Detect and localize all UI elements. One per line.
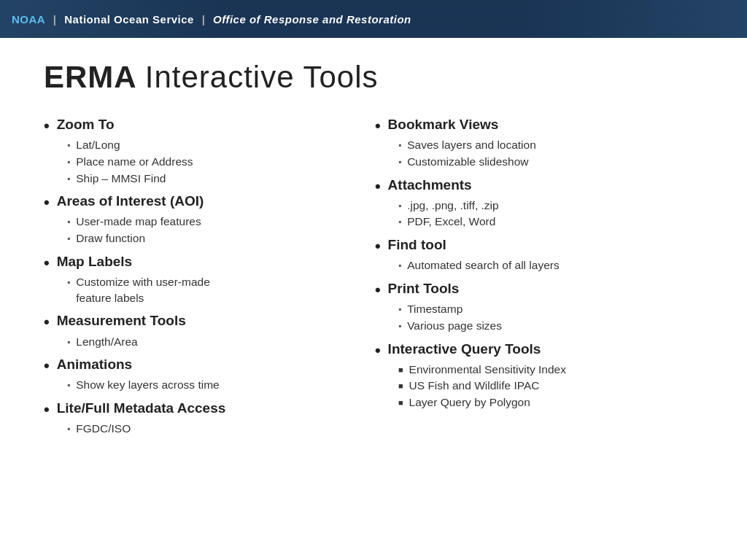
bullet-label: Bookmark Views xyxy=(388,117,499,133)
bullet-label: Areas of Interest (AOI) xyxy=(57,193,204,209)
sub-list: ▪ Length/Area xyxy=(44,334,346,350)
list-item: • Attachments ▪ .jpg, .png, .tiff, .zip … xyxy=(375,177,703,230)
list-item: • Bookmark Views ▪ Saves layers and loca… xyxy=(375,117,703,170)
sub-bullet-icon: ▪ xyxy=(398,216,401,228)
header-bar: NOAA | National Ocean Service | Office o… xyxy=(0,0,747,38)
sub-list-item: ■ US Fish and Wildlife IPAC xyxy=(398,378,703,394)
main-content: ERMA Interactive Tools • Zoom To ▪ Lat/L… xyxy=(0,38,747,459)
sub-bullet-icon: ▪ xyxy=(67,156,70,168)
content-columns: • Zoom To ▪ Lat/Long ▪ Place name or Add… xyxy=(44,117,703,444)
sub-bullet-icon: ▪ xyxy=(67,423,70,435)
sub-bullet-icon: ▪ xyxy=(398,156,401,168)
sub-item-text: Timestamp xyxy=(407,301,462,317)
bullet-main: • Print Tools xyxy=(375,281,703,299)
sub-list-item: ▪ .jpg, .png, .tiff, .zip xyxy=(398,198,703,214)
sub-list-item: ▪ Show key layers across time xyxy=(67,377,346,393)
sub-item-text: Automated search of all layers xyxy=(407,257,560,273)
left-column: • Zoom To ▪ Lat/Long ▪ Place name or Add… xyxy=(44,117,360,444)
sub-item-text: Length/Area xyxy=(76,334,137,350)
sub-list: ▪ Show key layers across time xyxy=(44,377,346,393)
sub-list-item: ■ Environmental Sensitivity Index xyxy=(398,362,703,378)
sub-item-text: Various page sizes xyxy=(407,318,502,334)
sub-bullet-icon: ▪ xyxy=(67,216,70,228)
sub-list: ▪ Lat/Long ▪ Place name or Address ▪ Shi… xyxy=(44,137,346,186)
sub-bullet-icon: ▪ xyxy=(67,336,70,349)
sub-list: ▪ FGDC/ISO xyxy=(44,421,346,437)
sub-list-item: ▪ FGDC/ISO xyxy=(67,421,346,437)
sub-list-item: ▪ PDF, Excel, Word xyxy=(398,214,703,230)
bullet-main: • Find tool xyxy=(375,237,703,255)
square-bullet-icon: ■ xyxy=(398,365,403,376)
sub-list: ▪ .jpg, .png, .tiff, .zip ▪ PDF, Excel, … xyxy=(375,198,703,230)
list-item: • Zoom To ▪ Lat/Long ▪ Place name or Add… xyxy=(44,117,346,186)
sub-bullet-icon: ▪ xyxy=(398,303,401,316)
sub-bullet-icon: ▪ xyxy=(67,233,70,245)
list-item: • Interactive Query Tools ■ Environmenta… xyxy=(375,341,703,411)
list-item: • Print Tools ▪ Timestamp ▪ Various page… xyxy=(375,281,703,334)
right-bullet-list: • Bookmark Views ▪ Saves layers and loca… xyxy=(375,117,703,411)
noaa-label: NOAA xyxy=(12,13,45,26)
sub-item-text: PDF, Excel, Word xyxy=(407,214,495,230)
sub-bullet-icon: ▪ xyxy=(398,320,401,332)
sub-list-item: ▪ Customizable slideshow xyxy=(398,154,703,170)
bullet-dot-icon: • xyxy=(44,254,50,272)
sub-list-item: ▪ Length/Area xyxy=(67,334,346,350)
sub-item-text: Ship – MMSI Find xyxy=(76,171,166,187)
sub-item-text: Environmental Sensitivity Index xyxy=(409,362,566,378)
sub-item-text: Customize with user-madefeature labels xyxy=(76,274,209,306)
bullet-dot-icon: • xyxy=(375,117,381,135)
bullet-dot-icon: • xyxy=(44,314,50,331)
bullet-main: • Bookmark Views xyxy=(375,117,703,135)
sub-list-item: ▪ Ship – MMSI Find xyxy=(67,171,346,187)
sub-item-text: Show key layers across time xyxy=(76,377,219,393)
right-column: • Bookmark Views ▪ Saves layers and loca… xyxy=(360,117,703,418)
list-item: • Lite/Full Metadata Access ▪ FGDC/ISO xyxy=(44,400,346,437)
sub-bullet-icon: ▪ xyxy=(398,139,401,152)
sub-bullet-icon: ▪ xyxy=(67,379,70,392)
list-item: • Animations ▪ Show key layers across ti… xyxy=(44,357,346,393)
sub-list: ▪ Saves layers and location ▪ Customizab… xyxy=(375,137,703,169)
orr-label: Office of Response and Restoration xyxy=(213,13,411,26)
sub-bullet-icon: ▪ xyxy=(67,173,70,185)
sub-bullet-icon: ▪ xyxy=(67,139,70,152)
sub-list-item: ■ Layer Query by Polygon xyxy=(398,394,703,411)
sub-item-text: Lat/Long xyxy=(76,137,120,153)
sub-list-item: ▪ Draw function xyxy=(67,230,346,246)
bullet-label: Find tool xyxy=(388,237,446,253)
list-item: • Find tool ▪ Automated search of all la… xyxy=(375,237,703,273)
bullet-main: • Areas of Interest (AOI) xyxy=(44,193,346,211)
nos-label: National Ocean Service xyxy=(64,13,194,26)
title-interactive-tools: Interactive Tools xyxy=(145,60,379,94)
sub-list-item: ▪ Saves layers and location xyxy=(398,137,703,153)
square-bullet-icon: ■ xyxy=(398,381,403,392)
bullet-label: Measurement Tools xyxy=(57,313,186,329)
bullet-label: Lite/Full Metadata Access xyxy=(57,400,226,416)
bullet-label: Animations xyxy=(57,357,132,373)
sub-list: ▪ Automated search of all layers xyxy=(375,257,703,273)
sub-list-item: ▪ Various page sizes xyxy=(398,318,703,334)
list-item: • Areas of Interest (AOI) ▪ User-made ma… xyxy=(44,193,346,246)
bullet-main: • Interactive Query Tools xyxy=(375,341,703,359)
bullet-label: Interactive Query Tools xyxy=(388,341,541,357)
sub-item-text: Saves layers and location xyxy=(407,137,536,153)
page-title: ERMA Interactive Tools xyxy=(44,60,703,95)
sub-bullet-icon: ▪ xyxy=(67,276,70,289)
sub-list: ▪ User-made map features ▪ Draw function xyxy=(44,214,346,246)
sub-list-item: ▪ Place name or Address xyxy=(67,154,346,170)
bullet-dot-icon: • xyxy=(375,281,381,299)
header-logo: NOAA | National Ocean Service | Office o… xyxy=(12,13,411,26)
sub-bullet-icon: ▪ xyxy=(398,260,401,272)
bullet-dot-icon: • xyxy=(44,357,50,375)
bullet-dot-icon: • xyxy=(375,238,381,255)
bullet-label: Print Tools xyxy=(388,281,460,297)
list-item: • Map Labels ▪ Customize with user-madef… xyxy=(44,254,346,306)
sub-list-item: ▪ Lat/Long xyxy=(67,137,346,153)
sub-item-text: .jpg, .png, .tiff, .zip xyxy=(407,198,499,214)
list-item: • Measurement Tools ▪ Length/Area xyxy=(44,313,346,349)
bullet-main: • Map Labels xyxy=(44,254,346,272)
bullet-main: • Zoom To xyxy=(44,117,346,135)
left-bullet-list: • Zoom To ▪ Lat/Long ▪ Place name or Add… xyxy=(44,117,346,437)
sub-bullet-icon: ▪ xyxy=(398,200,401,212)
bullet-main: • Animations xyxy=(44,357,346,375)
sub-list-item: ▪ Automated search of all layers xyxy=(398,257,703,273)
